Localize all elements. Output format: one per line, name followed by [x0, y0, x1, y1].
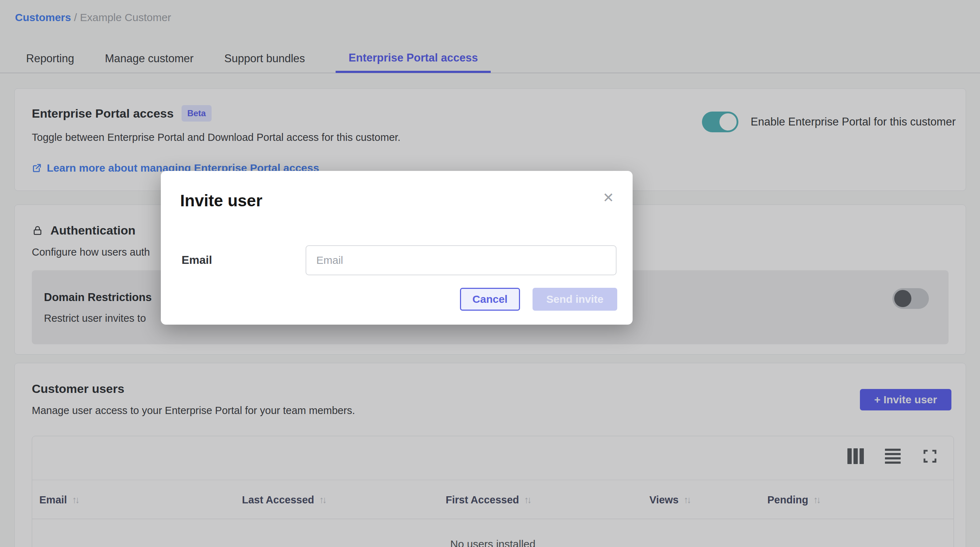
email-label: Email	[181, 254, 212, 267]
invite-user-modal: Invite user ✕ Email Cancel Send invite	[161, 171, 633, 325]
customer-portal-page: Customers / Example Customer Reporting M…	[0, 0, 980, 547]
send-invite-button[interactable]: Send invite	[533, 288, 617, 311]
email-field[interactable]	[305, 245, 617, 275]
modal-title: Invite user	[180, 191, 262, 210]
cancel-button[interactable]: Cancel	[460, 288, 520, 311]
close-icon[interactable]: ✕	[603, 191, 614, 204]
